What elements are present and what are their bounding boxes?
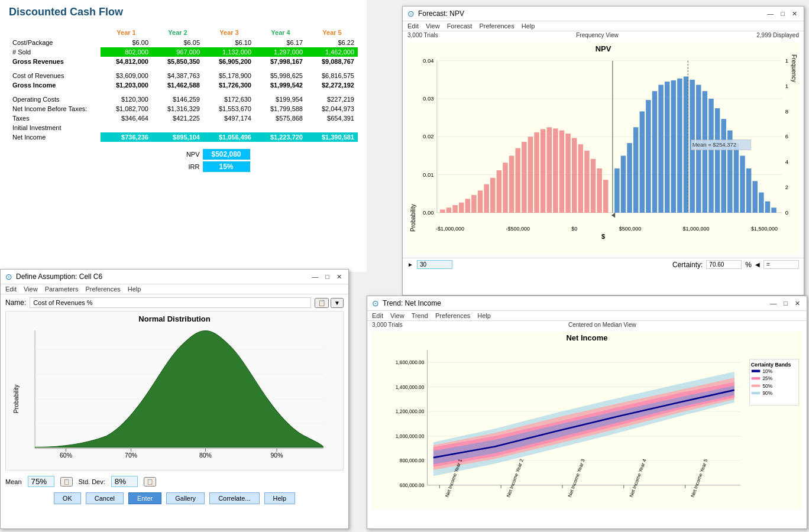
svg-rect-31 (515, 148, 520, 213)
menu-view[interactable]: View (426, 22, 440, 30)
table-cell: $4,812,000 (101, 57, 152, 66)
svg-rect-35 (541, 129, 545, 212)
table-cell: $172,630 (203, 95, 255, 104)
t-menu-help[interactable]: Help (477, 312, 491, 319)
header-year3: Year 3 (203, 27, 255, 38)
svg-rect-28 (497, 170, 501, 213)
svg-rect-60 (703, 91, 707, 213)
cancel-button[interactable]: Cancel (86, 492, 124, 504)
std-label-text: Std. Dev: (79, 478, 105, 485)
table-cell: $2,044,973 (306, 104, 358, 113)
a-minimize-button[interactable]: — (310, 273, 320, 281)
table-cell: $6.00 (101, 38, 152, 47)
t-menu-view[interactable]: View (390, 312, 405, 319)
svg-text:Probability: Probability (13, 384, 20, 414)
table-cell: $1,316,329 (152, 104, 203, 113)
ok-button[interactable]: OK (54, 492, 81, 504)
table-cell (101, 123, 152, 132)
svg-rect-38 (559, 131, 564, 213)
svg-text:800,000.00: 800,000.00 (400, 458, 425, 463)
svg-rect-30 (509, 155, 514, 212)
table-cell: $120,300 (101, 95, 152, 104)
close-button[interactable]: ✕ (790, 10, 799, 18)
name-input[interactable] (30, 297, 311, 308)
t-maximize-button[interactable]: □ (782, 300, 789, 307)
help-button[interactable]: Help (264, 492, 296, 504)
header-year2: Year 2 (152, 27, 203, 38)
name-label: Name: (5, 299, 26, 307)
t-minimize-button[interactable]: — (768, 300, 778, 307)
table-cell: $575,868 (255, 113, 306, 123)
assumption-menubar: Edit View Parameters Preferences Help (1, 284, 348, 294)
trend-titlebar: ⊙ Trend: Net Income — □ ✕ (367, 296, 807, 311)
forecast-icon: ⊙ (407, 9, 415, 18)
maximize-button[interactable]: □ (779, 10, 787, 18)
menu-preferences[interactable]: Preferences (479, 22, 514, 30)
t-close-button[interactable]: ✕ (793, 300, 802, 307)
svg-rect-53 (658, 85, 663, 212)
svg-text:40: 40 (785, 158, 788, 165)
svg-text:10%: 10% (763, 368, 773, 374)
a-menu-preferences[interactable]: Preferences (85, 286, 120, 293)
a-close-button[interactable]: ✕ (335, 273, 344, 281)
a-menu-edit[interactable]: Edit (5, 286, 17, 293)
svg-rect-42 (584, 151, 589, 213)
svg-text:0.03: 0.03 (423, 95, 434, 102)
table-cell: $6,905,200 (203, 57, 255, 66)
name-btn1[interactable]: 📋 (315, 298, 329, 308)
a-maximize-button[interactable]: □ (323, 273, 331, 281)
assumption-bottom: Mean 📋 Std. Dev: 📋 (1, 473, 348, 489)
certainty-input-right[interactable] (763, 260, 799, 269)
t-menu-edit[interactable]: Edit (372, 312, 383, 319)
triangle-left: ► (407, 261, 413, 268)
table-cell: 1,462,000 (306, 47, 358, 57)
t-menu-trend[interactable]: Trend (412, 312, 428, 319)
table-cell: 802,000 (101, 47, 152, 57)
table-cell: $9,088,767 (306, 57, 358, 66)
gallery-button[interactable]: Gallery (166, 492, 205, 504)
table-cell: $1,999,542 (255, 80, 306, 90)
svg-rect-52 (652, 91, 657, 213)
svg-rect-43 (591, 159, 596, 213)
t-menu-preferences[interactable]: Preferences (435, 312, 470, 319)
certainty-value-input[interactable] (706, 260, 742, 269)
trend-controls[interactable]: — □ ✕ (768, 300, 802, 307)
table-cell: $1,799,588 (255, 104, 306, 113)
table-cell: 967,000 (152, 47, 203, 57)
svg-rect-22 (459, 203, 464, 213)
svg-text:Net Income Year 5: Net Income Year 5 (690, 458, 709, 498)
a-menu-help[interactable]: Help (128, 286, 141, 293)
std-input[interactable] (111, 476, 138, 487)
assumption-btn-row: OK Cancel Enter Gallery Correlate... Hel… (1, 489, 348, 507)
trend-menubar: Edit View Trend Preferences Help (367, 311, 807, 321)
svg-rect-113 (752, 377, 761, 379)
svg-marker-75 (611, 213, 615, 218)
table-cell: $346,464 (101, 113, 152, 123)
minimize-button[interactable]: — (765, 10, 775, 18)
menu-forecast[interactable]: Forecast (447, 22, 473, 30)
table-cell: 1,297,000 (255, 47, 306, 57)
correlate-button[interactable]: Correlate... (209, 492, 259, 504)
svg-text:90%: 90% (763, 390, 773, 396)
menu-edit[interactable]: Edit (407, 22, 419, 30)
mean-icon-btn[interactable]: 📋 (60, 477, 73, 486)
a-menu-view[interactable]: View (24, 286, 38, 293)
irr-label: IRR (164, 163, 200, 170)
mean-input[interactable] (28, 476, 54, 487)
enter-button[interactable]: Enter (128, 492, 161, 504)
page-title: Discounted Cash Flow (9, 6, 358, 18)
name-btn2[interactable]: ▼ (331, 298, 344, 308)
svg-text:50%: 50% (763, 383, 773, 389)
menu-help[interactable]: Help (522, 22, 535, 30)
table-cell: $654,391 (306, 113, 358, 123)
x-axis-ticks: -$1,000,000 -$500,000 $0 $500,000 $1,000… (436, 226, 778, 232)
forecast-controls[interactable]: — □ ✕ (765, 10, 799, 18)
a-menu-parameters[interactable]: Parameters (45, 286, 79, 293)
svg-text:1,400,000.00: 1,400,000.00 (396, 384, 425, 390)
certainty-input-left[interactable] (417, 260, 452, 269)
svg-text:0.04: 0.04 (423, 57, 434, 64)
svg-rect-33 (528, 137, 533, 213)
assumption-controls[interactable]: — □ ✕ (310, 273, 344, 281)
std-icon-btn[interactable]: 📋 (144, 477, 156, 486)
svg-text:Mean = $254,372: Mean = $254,372 (692, 141, 736, 148)
